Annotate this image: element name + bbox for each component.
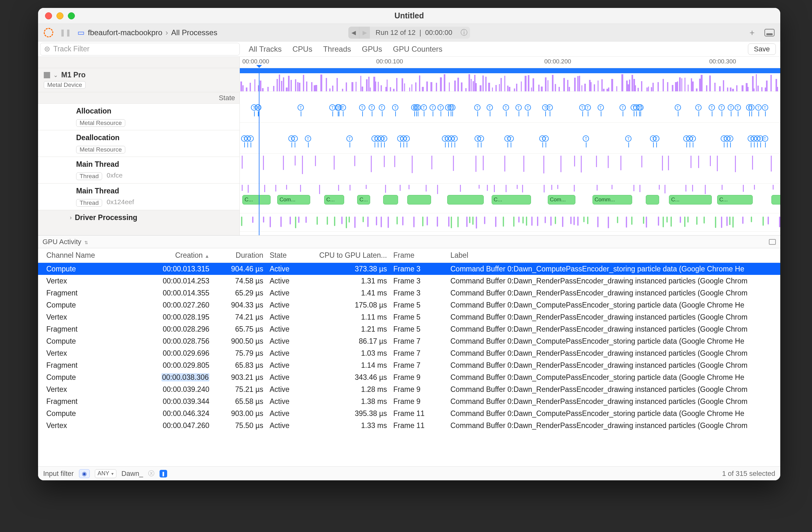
- cell-creation: 00:00.028.296: [130, 325, 213, 334]
- command-block[interactable]: [447, 195, 484, 205]
- command-block[interactable]: Com...: [548, 195, 575, 205]
- col-creation[interactable]: Creation▲: [130, 251, 213, 260]
- timeline[interactable]: 00:00.000 00:00.100 00:00.200 00:00.300 …: [240, 57, 780, 235]
- command-block[interactable]: C...: [492, 195, 531, 205]
- command-block[interactable]: [646, 195, 659, 205]
- lane-state: [240, 73, 780, 92]
- gpu-activity-title[interactable]: GPU Activity: [43, 238, 81, 246]
- cell-label: Command Buffer 0:Dawn_RenderPassEncoder_…: [447, 277, 780, 285]
- cell-latency: 1.21 ms: [314, 325, 390, 334]
- ruler-tick: 00:00.200: [544, 58, 571, 65]
- save-button[interactable]: Save: [748, 43, 776, 55]
- tab-cpus[interactable]: CPUs: [292, 45, 313, 54]
- cell-label: Command Buffer 0:Dawn_ComputePassEncoder…: [447, 337, 780, 345]
- track-driver-processing[interactable]: › Driver Processing: [38, 210, 240, 225]
- col-label[interactable]: Label: [447, 251, 780, 260]
- cell-latency: 1.41 ms: [314, 289, 390, 297]
- table-row[interactable]: Vertex00:00.029.69675.79 µsActive1.03 ms…: [38, 347, 780, 359]
- track-main-thread-1[interactable]: Main Thread Thread0xfce: [38, 157, 240, 183]
- cell-duration: 65.83 µs: [213, 361, 266, 370]
- columns-icon[interactable]: [769, 239, 776, 245]
- record-target-icon[interactable]: [44, 28, 53, 38]
- cell-frame: Frame 5: [390, 301, 447, 309]
- table-row[interactable]: Compute00:00.028.756900.50 µsActive86.17…: [38, 335, 780, 347]
- tab-gpu-counters[interactable]: GPU Counters: [393, 45, 443, 54]
- cell-label: Command Buffer 0:Dawn_RenderPassEncoder_…: [447, 385, 780, 394]
- pause-icon[interactable]: ❚❚: [60, 29, 71, 37]
- command-block[interactable]: [407, 195, 431, 205]
- cell-channel: Fragment: [38, 289, 130, 297]
- cell-state: Active: [266, 397, 314, 406]
- tab-gpus[interactable]: GPUs: [362, 45, 382, 54]
- table-row[interactable]: Vertex00:00.039.24075.21 µsActive1.28 ms…: [38, 383, 780, 395]
- toggle-icon[interactable]: ❚: [160, 470, 167, 477]
- cell-creation: 00:00.028.195: [130, 313, 213, 322]
- command-block[interactable]: C...: [242, 195, 271, 205]
- playhead[interactable]: [259, 68, 259, 235]
- table-row[interactable]: Vertex00:00.014.25374.58 µsActive1.31 ms…: [38, 275, 780, 287]
- track-root[interactable]: ⌄ M1 Pro Metal Device: [38, 68, 240, 92]
- table-row[interactable]: Fragment00:00.014.35565.29 µsActive1.41 …: [38, 287, 780, 299]
- table-row[interactable]: Compute00:00.027.260904.33 µsActive175.0…: [38, 299, 780, 311]
- cell-creation: 00:00.038.306: [130, 373, 213, 382]
- cell-creation: 00:00.027.260: [130, 301, 213, 309]
- table-row[interactable]: Compute00:00.038.306903.21 µsActive343.4…: [38, 371, 780, 383]
- tab-threads[interactable]: Threads: [323, 45, 351, 54]
- command-block[interactable]: C...: [669, 195, 712, 205]
- col-frame[interactable]: Frame: [390, 251, 447, 260]
- command-block[interactable]: [771, 195, 780, 205]
- command-block[interactable]: C...: [324, 195, 344, 205]
- col-state[interactable]: State: [266, 251, 314, 260]
- col-latency[interactable]: CPU to GPU Laten...: [314, 251, 390, 260]
- track-filter-input[interactable]: ⊜ Track Filter: [40, 43, 240, 56]
- tab-all-tracks[interactable]: All Tracks: [249, 45, 282, 54]
- table-row[interactable]: Vertex00:00.028.19574.21 µsActive1.11 ms…: [38, 311, 780, 323]
- breadcrumb[interactable]: ▭ fbeaufort-macbookpro › All Processes: [77, 28, 217, 37]
- clear-icon[interactable]: ⓧ: [148, 469, 155, 478]
- table-row[interactable]: Vertex00:00.047.26075.50 µsActive1.33 ms…: [38, 419, 780, 431]
- filter-circle-icon[interactable]: ◉: [79, 469, 90, 478]
- track-deallocation[interactable]: Deallocation Metal Resource: [38, 130, 240, 157]
- cell-label: Command Buffer 0:Dawn_RenderPassEncoder_…: [447, 325, 780, 334]
- close-icon[interactable]: [45, 12, 52, 19]
- ruler-tick: 00:00.300: [709, 58, 736, 65]
- sort-icon[interactable]: ⇅: [83, 240, 88, 245]
- table-row[interactable]: Fragment00:00.039.34465.58 µsActive1.38 …: [38, 395, 780, 408]
- table-row[interactable]: Fragment00:00.028.29665.75 µsActive1.21 …: [38, 323, 780, 335]
- zoom-icon[interactable]: [68, 12, 75, 19]
- run-prev-button[interactable]: ◀: [348, 27, 359, 39]
- command-block[interactable]: Comm...: [593, 195, 633, 205]
- state-label: State: [219, 94, 235, 102]
- toolbar: ❚❚ ▭ fbeaufort-macbookpro › All Processe…: [38, 24, 780, 42]
- cell-state: Active: [266, 301, 314, 309]
- cell-latency: 1.28 ms: [314, 385, 390, 394]
- selection-count: 1 of 315 selected: [722, 470, 775, 478]
- track-sidebar: ⌄ M1 Pro Metal Device State Allocation M…: [38, 57, 240, 235]
- table-row[interactable]: Compute00:00.046.324903.00 µsActive395.3…: [38, 408, 780, 419]
- col-duration[interactable]: Duration: [213, 251, 266, 260]
- table-row[interactable]: Fragment00:00.029.80565.83 µsActive1.14 …: [38, 359, 780, 371]
- selection-range[interactable]: [240, 68, 780, 73]
- table-row[interactable]: Compute00:00.013.315904.46 µsActive373.3…: [38, 263, 780, 275]
- add-button[interactable]: ＋: [748, 27, 756, 38]
- run-selector[interactable]: ◀ ▶ Run 12 of 12 | 00:00:00 ⓘ: [348, 27, 470, 39]
- time-ruler[interactable]: 00:00.000 00:00.100 00:00.200 00:00.300: [240, 57, 780, 68]
- info-icon[interactable]: ⓘ: [458, 28, 470, 38]
- command-block[interactable]: C...: [717, 195, 753, 205]
- minimize-icon[interactable]: [56, 12, 63, 19]
- run-next-button[interactable]: ▶: [359, 27, 370, 39]
- cell-duration: 65.29 µs: [213, 289, 266, 297]
- command-block[interactable]: C...: [357, 195, 370, 205]
- panel-toggle-icon[interactable]: [765, 29, 774, 36]
- track-main-thread-2[interactable]: Main Thread Thread0x124eef: [38, 183, 240, 210]
- track-tabs: All Tracks CPUs Threads GPUs GPU Counter…: [249, 45, 443, 54]
- col-channel[interactable]: Channel Name: [38, 251, 130, 260]
- command-block[interactable]: Com...: [277, 195, 310, 205]
- track-allocation[interactable]: Allocation Metal Resource: [38, 104, 240, 130]
- filter-any-chip[interactable]: ANY▾: [95, 469, 116, 478]
- cell-label: Command Buffer 0:Dawn_ComputePassEncoder…: [447, 409, 780, 418]
- filter-term[interactable]: Dawn_: [121, 470, 143, 478]
- cell-label: Command Buffer 0:Dawn_ComputePassEncoder…: [447, 373, 780, 382]
- cell-label: Command Buffer 0:Dawn_RenderPassEncoder_…: [447, 361, 780, 370]
- command-block[interactable]: [383, 195, 398, 205]
